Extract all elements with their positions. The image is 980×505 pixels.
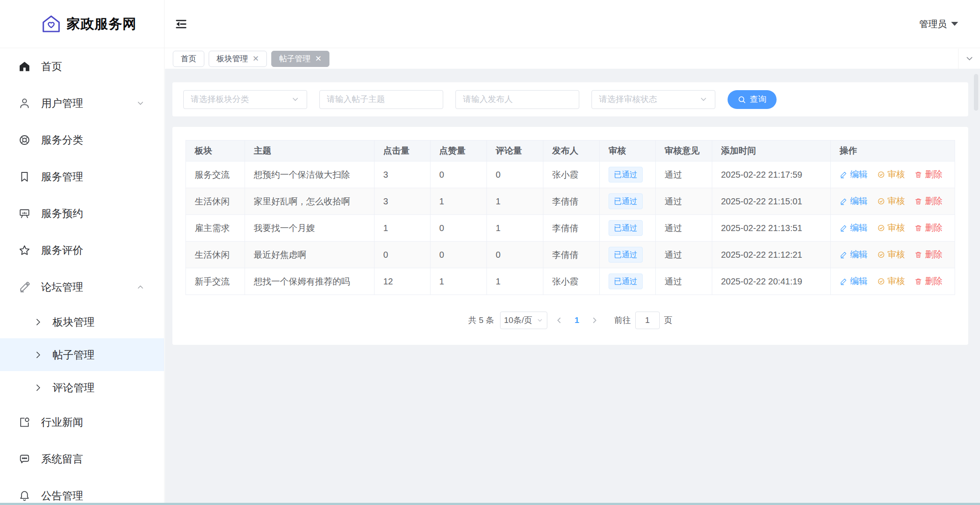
- tab-post-management[interactable]: 帖子管理 ✕: [271, 51, 329, 67]
- chevron-up-icon: [136, 283, 145, 291]
- trash-icon: [914, 277, 922, 285]
- sidebar-item-forum-management[interactable]: 论坛管理: [0, 269, 164, 305]
- audit-button[interactable]: 审核: [877, 275, 905, 287]
- status-badge: 已通过: [609, 193, 643, 209]
- cell-status: 已通过: [600, 215, 656, 242]
- cell-time: 2025-02-22 21:15:01: [712, 188, 831, 215]
- posts-table-card: 板块 主题 点击量 点赞量 评论量 发布人 审核 审核意见 添加时间 操作 服务: [172, 127, 968, 345]
- sidebar-item-industry-news[interactable]: 行业新闻: [0, 404, 164, 441]
- sidebar-item-service-review[interactable]: 服务评价: [0, 232, 164, 269]
- cell-status: 已通过: [600, 188, 656, 215]
- tab-home[interactable]: 首页: [173, 51, 204, 67]
- edit-button[interactable]: 编辑: [840, 249, 868, 260]
- cell-clicks: 1: [374, 215, 430, 242]
- sidebar-item-label: 服务分类: [41, 133, 83, 147]
- goto-page-input[interactable]: [635, 312, 660, 329]
- app-title: 家政服务网: [66, 15, 136, 33]
- sidebar-item-system-messages[interactable]: 系统留言: [0, 441, 164, 477]
- sidebar-item-users[interactable]: 用户管理: [0, 85, 164, 122]
- col-publisher: 发布人: [543, 140, 600, 161]
- audit-button[interactable]: 审核: [877, 222, 905, 234]
- sidebar-subitem-board-management[interactable]: 板块管理: [0, 305, 164, 338]
- board-category-select[interactable]: 请选择板块分类: [183, 90, 307, 109]
- sidebar-item-service-management[interactable]: 服务管理: [0, 158, 164, 195]
- col-opinion: 审核意见: [656, 140, 712, 161]
- admin-dropdown[interactable]: 管理员: [919, 18, 958, 30]
- delete-button[interactable]: 删除: [914, 168, 942, 180]
- main-content: 请选择板块分类 请选择审核状态 查询: [165, 69, 980, 503]
- cell-time: 2025-02-22 21:12:21: [712, 242, 831, 268]
- edit-button[interactable]: 编辑: [840, 275, 868, 287]
- pagination: 共 5 条 10条/页 1 前往 页: [186, 312, 955, 329]
- sidebar-item-announcement-management[interactable]: 公告管理: [0, 477, 164, 505]
- pencil-icon: [840, 251, 847, 259]
- sidebar-item-home[interactable]: 首页: [0, 48, 164, 85]
- cell-board: 新手交流: [186, 268, 245, 295]
- delete-button[interactable]: 删除: [914, 195, 942, 207]
- page-size-select[interactable]: 10条/页: [500, 312, 547, 329]
- sidebar-fold-icon[interactable]: [175, 18, 187, 30]
- trash-icon: [914, 171, 922, 179]
- pencil-icon: [840, 171, 847, 179]
- post-title-input[interactable]: [319, 90, 443, 109]
- audit-button[interactable]: 审核: [877, 168, 905, 180]
- col-comments: 评论量: [487, 140, 543, 161]
- cell-status: 已通过: [600, 161, 656, 188]
- table-header-row: 板块 主题 点击量 点赞量 评论量 发布人 审核 审核意见 添加时间 操作: [186, 140, 955, 161]
- horizontal-scrollbar[interactable]: [0, 503, 980, 505]
- cell-clicks: 3: [374, 161, 430, 188]
- delete-button[interactable]: 删除: [914, 275, 942, 287]
- chevron-down-icon: [699, 95, 708, 104]
- tab-label: 首页: [181, 53, 196, 64]
- tags-view-bar: 首页 板块管理 ✕ 帖子管理 ✕: [165, 49, 980, 69]
- prev-page-button[interactable]: [553, 316, 565, 324]
- vertical-scrollbar-thumb[interactable]: [974, 74, 978, 111]
- cell-time: 2025-02-22 20:41:19: [712, 268, 831, 295]
- status-badge: 已通过: [609, 274, 643, 289]
- next-page-button[interactable]: [589, 316, 600, 324]
- cell-title: 我要找一个月嫂: [245, 215, 374, 242]
- edit-button[interactable]: 编辑: [840, 168, 868, 180]
- close-icon[interactable]: ✕: [252, 55, 259, 63]
- edit-button[interactable]: 编辑: [840, 195, 868, 207]
- page-number[interactable]: 1: [571, 316, 583, 325]
- sidebar-subitem-comment-management[interactable]: 评论管理: [0, 371, 164, 404]
- cell-time: 2025-02-22 21:17:59: [712, 161, 831, 188]
- audit-button[interactable]: 审核: [877, 195, 905, 207]
- status-badge: 已通过: [609, 167, 643, 182]
- audit-status-select[interactable]: 请选择审核状态: [592, 90, 715, 109]
- chevron-right-icon: [33, 350, 43, 360]
- category-icon: [18, 134, 31, 146]
- cell-board: 雇主需求: [186, 215, 245, 242]
- sidebar-item-label: 论坛管理: [41, 280, 83, 294]
- close-icon[interactable]: ✕: [315, 55, 322, 63]
- cell-actions: 编辑 审核 删除: [831, 268, 955, 295]
- status-badge: 已通过: [609, 247, 643, 263]
- home-icon: [18, 60, 31, 73]
- col-board: 板块: [186, 140, 245, 161]
- chevron-right-icon: [591, 316, 598, 324]
- publisher-input[interactable]: [455, 90, 579, 109]
- cell-title: 想找一个保姆有推荐的吗: [245, 268, 374, 295]
- cell-status: 已通过: [600, 242, 656, 268]
- edit-button[interactable]: 编辑: [840, 222, 868, 234]
- sidebar-item-service-category[interactable]: 服务分类: [0, 122, 164, 158]
- audit-button[interactable]: 审核: [877, 249, 905, 260]
- sidebar-item-service-booking[interactable]: 服务预约: [0, 195, 164, 232]
- tabs-overflow-button[interactable]: [958, 49, 980, 69]
- search-button[interactable]: 查询: [728, 90, 777, 109]
- circle-check-icon: [877, 224, 885, 232]
- delete-button[interactable]: 删除: [914, 222, 942, 234]
- select-placeholder: 请选择板块分类: [191, 94, 249, 105]
- message-icon: [18, 453, 31, 465]
- delete-button[interactable]: 删除: [914, 249, 942, 260]
- cell-opinion: 通过: [656, 215, 712, 242]
- sidebar-subitem-post-management[interactable]: 帖子管理: [0, 338, 164, 371]
- page-size-value: 10条/页: [504, 315, 532, 326]
- cell-board: 生活休闲: [186, 242, 245, 268]
- tab-board-management[interactable]: 板块管理 ✕: [209, 51, 267, 67]
- col-likes: 点赞量: [430, 140, 487, 161]
- top-header: 管理员: [164, 0, 980, 48]
- table-row: 雇主需求 我要找一个月嫂 1 0 1 李倩倩 已通过 通过 2025-02-22…: [186, 215, 955, 242]
- circle-check-icon: [877, 197, 885, 205]
